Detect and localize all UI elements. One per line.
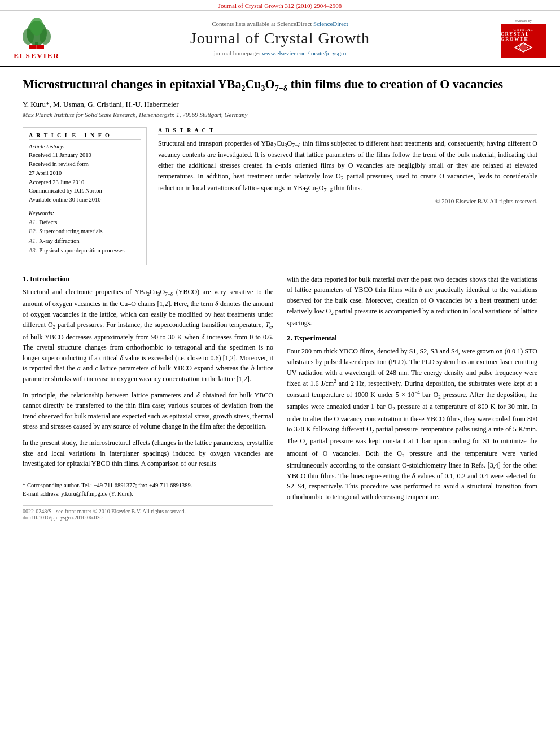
article-container: Microstructural changes in epitaxial YBa… bbox=[0, 67, 560, 532]
body-col-left: 1. Introduction Structural and electroni… bbox=[23, 274, 273, 521]
homepage-link[interactable]: www.elsevier.com/locate/jcrysgro bbox=[262, 50, 347, 56]
article-info-box: A R T I C L E I N F O Article history: R… bbox=[23, 127, 147, 265]
section2-heading: 2. Experimental bbox=[287, 334, 537, 343]
abstract-label: A B S T R A C T bbox=[158, 127, 537, 135]
journal-header: ELSEVIER Contents lists available at Sci… bbox=[0, 11, 560, 67]
reviewed-by-label: reviewed by bbox=[515, 19, 532, 23]
article-authors: Y. Kuru*, M. Usman, G. Cristiani, H.-U. … bbox=[23, 100, 537, 109]
revised-date: 27 April 2010 bbox=[29, 169, 141, 178]
journal-center: Contents lists available at ScienceDirec… bbox=[71, 20, 489, 56]
section1-number: 1. bbox=[23, 274, 28, 283]
section1-para2: In principle, the relationship between l… bbox=[23, 390, 273, 432]
received-date: Received 11 January 2010 bbox=[29, 151, 141, 160]
footer-line: 0022-0248/$ - see front matter © 2010 El… bbox=[23, 505, 273, 521]
body-col-right: with the data reported for bulk material… bbox=[287, 274, 537, 521]
svg-point-4 bbox=[30, 18, 43, 36]
abstract-section: A B S T R A C T Structural and transport… bbox=[158, 127, 537, 265]
copyright-line: © 2010 Elsevier B.V. All rights reserved… bbox=[158, 198, 537, 204]
info-abstract-row: A R T I C L E I N F O Article history: R… bbox=[23, 127, 537, 265]
article-affiliation: Max Planck Institute for Solid State Res… bbox=[23, 111, 537, 118]
body-two-col: 1. Introduction Structural and electroni… bbox=[23, 274, 537, 521]
elsevier-tree-icon bbox=[17, 16, 56, 50]
keyword-3: A1. X-ray diffraction bbox=[29, 237, 141, 246]
article-history-section: A R T I C L E I N F O Article history: R… bbox=[29, 132, 141, 204]
keyword-2: B2. Superconducting materials bbox=[29, 227, 141, 237]
crystal-growth-box: CRYSTAL CRYSTAL GROWTH bbox=[501, 24, 546, 58]
journal-homepage: journal homepage: www.elsevier.com/locat… bbox=[71, 50, 489, 56]
article-info-label: A R T I C L E I N F O bbox=[29, 132, 141, 140]
keywords-list: A1. Defects B2. Superconducting material… bbox=[29, 218, 141, 256]
keywords-label: Keywords: bbox=[29, 209, 141, 218]
elsevier-text: ELSEVIER bbox=[14, 51, 60, 60]
available-online: Available online 30 June 2010 bbox=[29, 195, 141, 204]
section1-heading: 1. Introduction bbox=[23, 274, 273, 283]
footnote-section: * Corresponding author. Tel.: +49 711 68… bbox=[23, 481, 273, 499]
crystal-icon bbox=[512, 42, 535, 53]
contents-line: Contents lists available at ScienceDirec… bbox=[71, 20, 489, 27]
section1-right-para1: with the data reported for bulk material… bbox=[287, 274, 537, 329]
keyword-1: A1. Defects bbox=[29, 218, 141, 228]
section1-para3: In the present study, the microstructura… bbox=[23, 438, 273, 469]
elsevier-logo: ELSEVIER bbox=[11, 16, 62, 60]
keywords-section: Keywords: A1. Defects B2. Superconductin… bbox=[29, 209, 141, 256]
article-history-label: Article history: bbox=[29, 142, 141, 151]
footnote-email: E-mail address: y.kuru@fkf.mpg.de (Y. Ku… bbox=[23, 490, 273, 499]
sciencedirect-link[interactable]: ScienceDirect bbox=[313, 20, 348, 27]
article-title: Microstructural changes in epitaxial YBa… bbox=[23, 76, 537, 94]
abstract-text: Structural and transport properties of Y… bbox=[158, 138, 537, 195]
accepted-date: Accepted 23 June 2010 bbox=[29, 178, 141, 187]
crystal-growth-logo: reviewed by CRYSTAL CRYSTAL GROWTH bbox=[498, 19, 549, 58]
footnote-divider bbox=[23, 475, 273, 475]
section2-number: 2. bbox=[287, 334, 292, 342]
footnote-corresponding: * Corresponding author. Tel.: +49 711 68… bbox=[23, 481, 273, 490]
keyword-4: A3. Physical vapor deposition processes bbox=[29, 246, 141, 256]
revised-label: Received in revised form bbox=[29, 160, 141, 169]
journal-title: Journal of Crystal Growth bbox=[71, 29, 489, 47]
section1-para1: Structural and electronic properties of … bbox=[23, 287, 273, 385]
journal-reference: Journal of Crystal Growth 312 (2010) 290… bbox=[0, 0, 560, 11]
communicated-by: Communicated by D.P. Norton bbox=[29, 186, 141, 195]
section2-para1: Four 200 nm thick YBCO films, denoted by… bbox=[287, 346, 537, 502]
